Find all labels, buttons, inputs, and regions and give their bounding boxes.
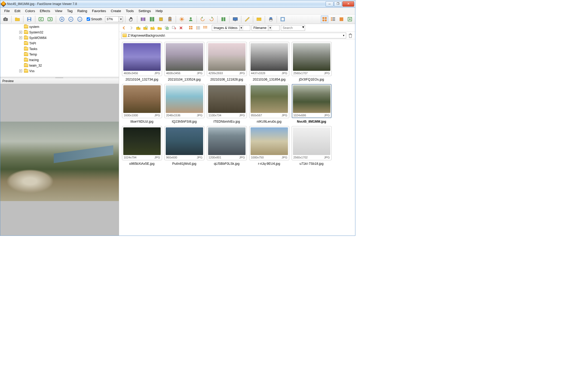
refresh-folder-button[interactable] xyxy=(143,25,148,31)
thumbnail-item[interactable]: 1600x1000JPGI8oeYItDUzI.jpg xyxy=(122,84,162,123)
thumbnail-area[interactable]: 4608x3456JPG20210104_132734.jpg4608x3456… xyxy=(119,39,355,236)
zoom-in-button[interactable] xyxy=(58,16,66,23)
thumbnail-item[interactable]: 2560x1702JPGu71kI-7Sb18.jpg xyxy=(291,126,332,166)
save-button[interactable] xyxy=(26,16,33,23)
thumbnail-item[interactable]: 960x600JPGPutIn81jWo0.jpg xyxy=(164,126,204,166)
forward-button[interactable] xyxy=(128,25,134,31)
prev-button[interactable] xyxy=(37,16,45,23)
menu-create[interactable]: Create xyxy=(108,8,123,14)
menu-help[interactable]: Help xyxy=(153,8,165,14)
tree-item[interactable]: system xyxy=(0,24,119,29)
maximize-button[interactable]: ❐ xyxy=(334,1,342,7)
crop-button[interactable] xyxy=(157,16,165,23)
clipboard-button[interactable]: CB xyxy=(166,16,174,23)
chevron-down-icon[interactable]: ▼ xyxy=(302,25,305,31)
chevron-down-icon[interactable]: ▼ xyxy=(239,25,243,31)
hand-tool-button[interactable] xyxy=(128,16,135,23)
copy-to-button[interactable] xyxy=(164,25,170,31)
expand-icon[interactable]: + xyxy=(19,36,22,39)
menu-tools[interactable]: Tools xyxy=(123,8,136,14)
thumbnail-image xyxy=(123,43,161,71)
back-button[interactable] xyxy=(121,25,127,31)
view-list-icon[interactable] xyxy=(195,25,201,31)
tree-item[interactable]: +System32 xyxy=(0,29,119,35)
zoom-out-button[interactable] xyxy=(67,16,75,23)
view-small-icon[interactable] xyxy=(202,25,208,31)
search-input[interactable] xyxy=(281,25,302,31)
thumbnail-item[interactable]: 1024x686JPGNvc45_8M1MM.jpg xyxy=(291,84,332,123)
view-thumbnails-button[interactable] xyxy=(321,16,328,23)
expand-icon[interactable]: + xyxy=(19,69,22,72)
menu-rating[interactable]: Rating xyxy=(75,8,90,14)
email-button[interactable] xyxy=(255,16,263,23)
trash-icon[interactable] xyxy=(348,33,353,38)
view-grid-icon[interactable] xyxy=(188,25,194,31)
thumbnail-item[interactable]: 4299x2693JPG20210106_121828.jpg xyxy=(207,42,247,81)
menu-view[interactable]: View xyxy=(52,8,65,14)
compare-button[interactable] xyxy=(148,16,156,23)
tree-item[interactable]: twain_32 xyxy=(0,63,119,68)
view-fullscreen-button[interactable] xyxy=(346,16,354,23)
chevron-down-icon[interactable]: ▼ xyxy=(342,34,345,37)
minimize-button[interactable]: ─ xyxy=(326,1,334,7)
favorites-folder-button[interactable] xyxy=(150,25,155,31)
delete-button[interactable] xyxy=(178,25,184,31)
titlebar[interactable]: Nvc45_8M1MM.jpg - FastStone Image Viewer… xyxy=(0,0,355,8)
thumbnail-item[interactable]: 2048x1536JPGIQ23h5hFSI8.jpg xyxy=(164,84,204,123)
tree-item[interactable]: Temp xyxy=(0,52,119,57)
folder-tree[interactable]: system+System32+SysWOW64TAPITasksTemptra… xyxy=(0,24,119,77)
thumbnail-item[interactable]: 850x567JPGnIKU9Leru0o.jpg xyxy=(249,84,289,123)
menu-colors[interactable]: Colors xyxy=(23,8,37,14)
zoom-dropdown-icon[interactable]: ▼ xyxy=(119,17,123,22)
zoom-select[interactable]: ▼ xyxy=(105,16,123,22)
thumbnail-item[interactable]: 1200x801JPGqLfSBbF0LSk.jpg xyxy=(207,126,247,166)
move-to-button[interactable] xyxy=(171,25,177,31)
search-box[interactable]: ▼ xyxy=(281,25,305,31)
menu-tag[interactable]: Tag xyxy=(65,8,75,14)
thumbnail-item[interactable]: 4608x3456JPG20210104_132734.jpg xyxy=(122,42,162,81)
path-input[interactable]: Z:\Картинки\Backgrounds\ ▼ xyxy=(121,33,346,38)
expand-icon[interactable]: + xyxy=(19,31,22,34)
settings-gear-button[interactable] xyxy=(178,16,185,23)
person-button[interactable] xyxy=(187,16,194,23)
preview-panel[interactable] xyxy=(0,84,119,236)
view-single-button[interactable] xyxy=(338,16,345,23)
thumbnail-item[interactable]: 1000x750JPGr-riJq-9EU4.jpg xyxy=(249,126,289,166)
thumbnail-item[interactable]: 1100x734JPGITEDNbmhIEo.jpg xyxy=(207,84,247,123)
tree-item[interactable]: +Vss xyxy=(0,68,119,74)
rotate-left-button[interactable] xyxy=(199,16,206,23)
tree-item[interactable]: Tasks xyxy=(0,46,119,52)
tree-item[interactable]: TAPI xyxy=(0,41,119,46)
menu-favorites[interactable]: Favorites xyxy=(90,8,108,14)
scan-button[interactable] xyxy=(243,16,251,23)
print-button[interactable] xyxy=(267,16,275,23)
open-button[interactable] xyxy=(14,16,21,23)
next-button[interactable] xyxy=(46,16,54,23)
smooth-checkbox[interactable]: Smooth xyxy=(87,17,102,21)
tree-item[interactable]: tracing xyxy=(0,57,119,63)
sort-dropdown[interactable]: Filename▼ xyxy=(252,25,280,31)
view-details-button[interactable] xyxy=(329,16,337,23)
zoom-actual-button[interactable]: 1:1 xyxy=(76,16,84,23)
rotate-right-button[interactable] xyxy=(208,16,215,23)
filter-type-dropdown[interactable]: Images & Videos▼ xyxy=(212,25,250,31)
new-folder-button[interactable] xyxy=(157,25,163,31)
close-button[interactable]: ✕ xyxy=(342,1,354,7)
menu-file[interactable]: File xyxy=(2,8,12,14)
wallpaper-button[interactable] xyxy=(232,16,239,23)
menu-edit[interactable]: Edit xyxy=(12,8,23,14)
capture-button[interactable] xyxy=(2,16,9,23)
jpeg-button[interactable] xyxy=(279,16,286,23)
chevron-down-icon[interactable]: ▼ xyxy=(268,25,272,31)
thumbnail-item[interactable]: 2560x1707JPGjDr3IFQ1EOs.jpg xyxy=(291,42,332,81)
zoom-input[interactable] xyxy=(105,17,119,22)
slideshow-button[interactable] xyxy=(139,16,147,23)
resize-button[interactable] xyxy=(220,16,227,23)
tree-item[interactable]: +SysWOW64 xyxy=(0,35,119,41)
thumbnail-item[interactable]: 4608x3456JPG20210104_133524.jpg xyxy=(164,42,204,81)
thumbnail-item[interactable]: 1024x794JPGo965bXiAx5E.jpg xyxy=(122,126,162,166)
up-folder-button[interactable] xyxy=(135,25,141,31)
menu-effects[interactable]: Effects xyxy=(37,8,53,14)
thumbnail-item[interactable]: 4437x3328JPG20210106_131854.jpg xyxy=(249,42,289,81)
menu-settings[interactable]: Settings xyxy=(136,8,153,14)
